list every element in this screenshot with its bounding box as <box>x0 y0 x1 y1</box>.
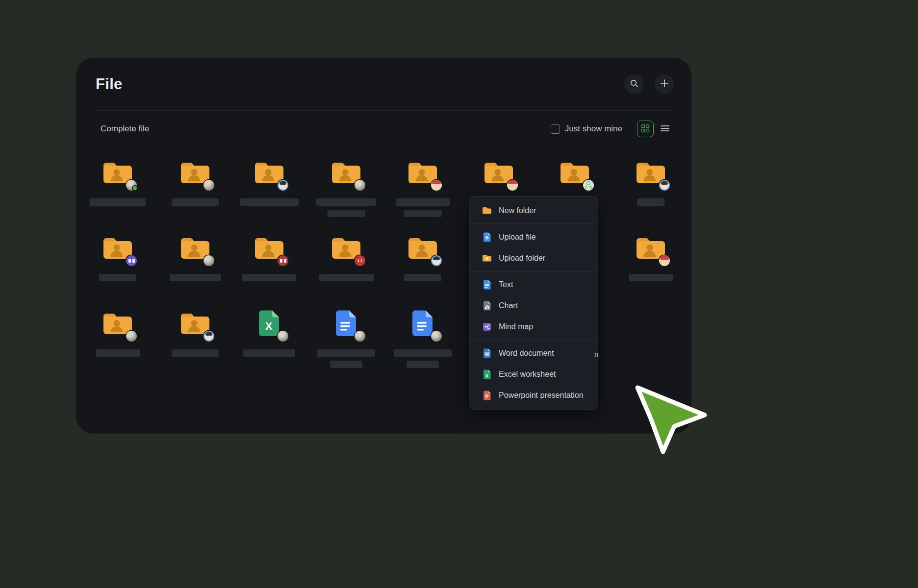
upload-folder-icon <box>482 253 492 263</box>
menu-item-mind-map[interactable]: Mind map <box>469 316 598 337</box>
avatar-badge-avatar-red <box>507 180 518 191</box>
file-label-placeholder <box>328 210 365 217</box>
menu-item-powerpoint-presentation[interactable]: PPowerpoint presentation <box>469 385 598 406</box>
text-icon <box>482 280 492 290</box>
presence-dot <box>132 185 138 191</box>
document-file-icon <box>335 310 357 337</box>
svg-text:P: P <box>485 393 489 399</box>
file-item[interactable] <box>388 234 457 296</box>
file-label-placeholder <box>637 198 664 206</box>
excel-file-icon: X <box>258 310 280 337</box>
file-item[interactable] <box>388 310 457 371</box>
file-item[interactable] <box>83 234 152 296</box>
menu-group: WWord document xExcel worksheet PPowerpo… <box>469 340 598 408</box>
file-item[interactable] <box>161 159 230 220</box>
ppt-icon: P <box>482 391 492 400</box>
menu-item-label: New folder <box>499 206 536 215</box>
file-item[interactable] <box>616 159 685 220</box>
cursor-arrow-icon <box>628 377 721 461</box>
avatar-badge-photo-gray <box>204 180 214 191</box>
avatar-badge-photo-gray <box>355 180 365 191</box>
avatar-badge-photo-gray <box>278 331 288 342</box>
menu-item-label: Text <box>499 280 513 289</box>
file-label-placeholder <box>316 198 376 206</box>
file-label-placeholder <box>319 274 374 281</box>
create-context-menu: New folder Upload file Upload folder Tex… <box>469 196 598 410</box>
file-item[interactable] <box>388 159 457 220</box>
file-label-placeholder <box>240 198 299 206</box>
avatar-badge-photo-gray <box>204 255 214 266</box>
file-item[interactable] <box>83 310 152 371</box>
file-item[interactable] <box>161 310 230 371</box>
file-label-placeholder <box>242 274 296 281</box>
avatar-badge-photo-gray <box>355 331 365 342</box>
new-folder-icon <box>482 206 492 216</box>
file-app-window: File <box>76 58 691 434</box>
menu-item-label: Upload folder <box>499 254 545 263</box>
menu-item-label: Chart <box>499 301 518 310</box>
file-label-placeholder <box>629 274 673 281</box>
menu-item-upload-file[interactable]: Upload file <box>469 226 598 247</box>
avatar-badge-avatar-blue <box>431 255 442 266</box>
file-item[interactable] <box>235 159 304 220</box>
word-icon: W <box>482 348 492 358</box>
avatar-badge-avatar-blue <box>278 180 288 191</box>
svg-text:W: W <box>484 351 489 357</box>
avatar-badge-initials-red: LI <box>355 255 365 266</box>
file-label-placeholder <box>172 349 219 357</box>
menu-item-text[interactable]: Text <box>469 274 598 295</box>
file-label-placeholder <box>330 361 362 368</box>
avatar-badge-avatar-red <box>431 180 442 191</box>
menu-item-chart[interactable]: Chart <box>469 295 598 316</box>
file-item[interactable] <box>83 159 152 220</box>
file-label-placeholder <box>99 274 136 281</box>
file-item[interactable] <box>161 234 230 296</box>
avatar-badge-avatar-blue <box>659 180 670 191</box>
menu-item-word-document[interactable]: WWord document <box>469 343 598 364</box>
file-label-placeholder <box>404 274 441 281</box>
file-item[interactable] <box>616 234 685 296</box>
menu-item-label: Powerpoint presentation <box>499 391 584 400</box>
mind-map-icon <box>482 322 492 332</box>
obscured-label-fragment: n <box>594 350 598 358</box>
file-label-placeholder <box>172 198 219 206</box>
file-item[interactable] <box>235 234 304 296</box>
menu-item-excel-worksheet[interactable]: xExcel worksheet <box>469 364 598 385</box>
avatar-badge-cjk-purple <box>126 255 137 266</box>
svg-text:x: x <box>485 372 488 378</box>
file-label-placeholder <box>407 361 439 368</box>
excel-icon: x <box>482 369 492 379</box>
file-label-placeholder <box>96 349 140 357</box>
avatar-badge-avatar-red <box>659 255 670 266</box>
chart-icon <box>482 301 492 311</box>
menu-group: Upload file Upload folder <box>469 224 598 271</box>
avatar-badge-person-green <box>583 180 594 191</box>
avatar-badge-avatar-blue <box>204 331 214 342</box>
file-label-placeholder <box>170 274 221 281</box>
file-grid: LI X <box>76 58 691 434</box>
file-label-placeholder <box>404 210 442 217</box>
file-item[interactable] <box>312 159 381 220</box>
menu-item-new-folder[interactable]: New folder <box>469 200 598 221</box>
menu-group: New folder <box>469 197 598 224</box>
file-label-placeholder <box>394 349 452 357</box>
svg-text:X: X <box>265 320 273 332</box>
menu-item-label: Mind map <box>499 322 533 331</box>
menu-item-upload-folder[interactable]: Upload folder <box>469 247 598 269</box>
menu-group: Text Chart Mind map <box>469 271 598 340</box>
file-label-placeholder <box>243 349 295 357</box>
file-label-placeholder <box>317 349 375 357</box>
file-item[interactable]: LI <box>312 234 381 296</box>
menu-item-label: Excel worksheet <box>499 370 556 379</box>
file-label-placeholder <box>90 198 146 206</box>
menu-item-label: Word document <box>499 349 554 358</box>
file-label-placeholder <box>396 198 450 206</box>
document-file-icon <box>411 310 434 337</box>
avatar-badge-photo-gray <box>126 180 137 191</box>
menu-item-label: Upload file <box>499 233 536 242</box>
upload-file-icon <box>482 232 492 242</box>
file-item[interactable]: X <box>235 310 304 371</box>
file-item[interactable] <box>312 310 381 371</box>
avatar-badge-photo-gray <box>431 331 442 342</box>
avatar-badge-photo-gray <box>126 331 137 342</box>
